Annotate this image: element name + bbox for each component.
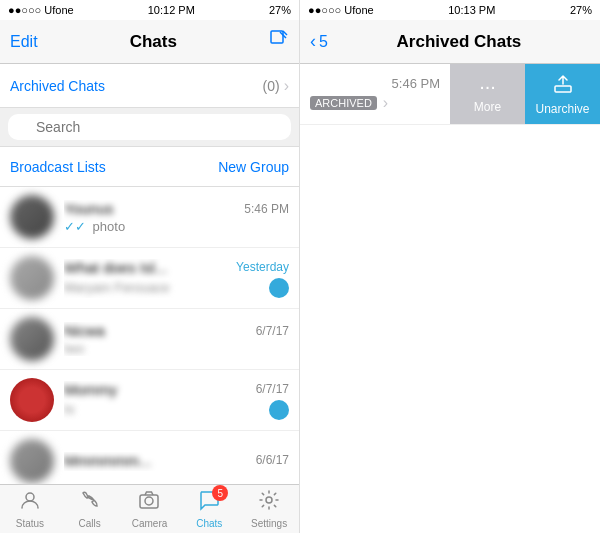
calls-icon: [79, 489, 101, 516]
chat-item-5[interactable]: Mmmmmm... 6/6/17: [0, 431, 299, 484]
archived-chevron-icon: ›: [284, 77, 289, 95]
chat-content-2: What does Isl... Yesterday Maryam Feroua…: [64, 259, 289, 298]
search-input[interactable]: [8, 114, 291, 140]
avatar-3: [10, 317, 54, 361]
battery-right: 27%: [570, 4, 592, 16]
avatar-4: [10, 378, 54, 422]
tab-status-label: Status: [16, 518, 44, 529]
left-panel: ●●○○○ Ufone 10:12 PM 27% Edit Chats Arch…: [0, 0, 300, 533]
status-bar-right: ●●○○○ Ufone 10:13 PM 27%: [300, 0, 600, 20]
chat-item-2[interactable]: What does Isl... Yesterday Maryam Feroua…: [0, 248, 299, 309]
chat-name-3: Nicwa: [64, 322, 105, 339]
settings-icon: [258, 489, 280, 516]
archived-chats-title: Archived Chats: [328, 32, 590, 52]
archived-chat-time: 5:46 PM: [392, 76, 440, 91]
archived-chevron: ›: [383, 94, 388, 112]
back-button[interactable]: ‹ 5: [310, 31, 328, 52]
tab-calls-label: Calls: [79, 518, 101, 529]
unarchive-icon: [552, 73, 574, 100]
tab-status[interactable]: Status: [0, 485, 60, 533]
nav-bar-right: ‹ 5 Archived Chats: [300, 20, 600, 64]
right-empty-area: [300, 125, 600, 533]
avatar-2: [10, 256, 54, 300]
svg-point-6: [266, 497, 272, 503]
new-group-button[interactable]: New Group: [218, 159, 289, 175]
carrier-left: ●●○○○ Ufone: [8, 4, 74, 16]
svg-point-5: [145, 497, 153, 505]
unarchive-button[interactable]: Unarchive: [525, 64, 600, 124]
chat-item-3[interactable]: Nicwa 6/7/17 Iwo: [0, 309, 299, 370]
status-icon: [19, 489, 41, 516]
compose-button[interactable]: [269, 29, 289, 54]
search-bar: 🔍: [0, 108, 299, 147]
chat-list: Younus 5:46 PM ✓✓ photo What does Isl...…: [0, 187, 299, 484]
tab-calls[interactable]: Calls: [60, 485, 120, 533]
right-panel: ●●○○○ Ufone 10:13 PM 27% ‹ 5 Archived Ch…: [300, 0, 600, 533]
unarchive-label: Unarchive: [535, 102, 589, 116]
avatar-1: [10, 195, 54, 239]
more-label: More: [474, 100, 501, 114]
archived-chat-content: 5:46 PM ARCHIVED ›: [300, 68, 450, 120]
tab-settings-label: Settings: [251, 518, 287, 529]
avatar-5: [10, 439, 54, 483]
chats-title: Chats: [130, 32, 177, 52]
action-row: Broadcast Lists New Group: [0, 147, 299, 187]
chat-item-1[interactable]: Younus 5:46 PM ✓✓ photo: [0, 187, 299, 248]
chat-time-2: Yesterday: [236, 260, 289, 274]
chat-content-5: Mmmmmm... 6/6/17: [64, 452, 289, 471]
svg-rect-7: [555, 86, 571, 92]
chats-tab-icon: 5: [198, 489, 220, 516]
status-bar-left: ●●○○○ Ufone 10:12 PM 27%: [0, 0, 299, 20]
chat-time-3: 6/7/17: [256, 324, 289, 338]
chat-preview-2: Maryam Ferouace: [64, 280, 169, 295]
carrier-right: ●●○○○ Ufone: [308, 4, 374, 16]
tab-chats-label: Chats: [196, 518, 222, 529]
archived-tag: ARCHIVED: [310, 96, 377, 110]
chats-badge: 5: [212, 485, 228, 501]
chat-preview-1: ✓✓ photo: [64, 219, 125, 234]
chat-item-4[interactable]: Mommy 6/7/17 hi: [0, 370, 299, 431]
search-wrapper: 🔍: [8, 114, 291, 140]
time-right: 10:13 PM: [448, 4, 495, 16]
nav-bar-left: Edit Chats: [0, 20, 299, 64]
unread-badge-4: [269, 400, 289, 420]
chat-time-1: 5:46 PM: [244, 202, 289, 216]
camera-icon: [138, 489, 160, 516]
time-left: 10:12 PM: [148, 4, 195, 16]
chat-time-4: 6/7/17: [256, 382, 289, 396]
unread-badge-2: [269, 278, 289, 298]
chat-name-4: Mommy: [64, 381, 117, 398]
archived-chats-row[interactable]: Archived Chats (0) ›: [0, 64, 299, 108]
tab-chats[interactable]: 5 Chats: [179, 485, 239, 533]
archived-chat-item[interactable]: 5:46 PM ARCHIVED › ··· More Unarchive: [300, 64, 600, 125]
chat-preview-3: Iwo: [64, 341, 84, 356]
chat-content-1: Younus 5:46 PM ✓✓ photo: [64, 200, 289, 234]
svg-point-3: [26, 493, 34, 501]
tab-camera-label: Camera: [132, 518, 168, 529]
back-chevron-icon: ‹: [310, 31, 316, 52]
chat-content-4: Mommy 6/7/17 hi: [64, 381, 289, 420]
chat-name-2: What does Isl...: [64, 259, 167, 276]
tab-settings[interactable]: Settings: [239, 485, 299, 533]
archived-chats-label: Archived Chats: [10, 78, 263, 94]
chat-content-3: Nicwa 6/7/17 Iwo: [64, 322, 289, 356]
swipe-buttons: ··· More Unarchive: [450, 64, 600, 124]
tab-camera[interactable]: Camera: [120, 485, 180, 533]
chat-name-5: Mmmmmm...: [64, 452, 151, 469]
tab-bar: Status Calls Camera 5 Chats Settings: [0, 484, 299, 533]
chat-preview-4: hi: [64, 402, 74, 417]
broadcast-lists-button[interactable]: Broadcast Lists: [10, 159, 106, 175]
more-icon: ···: [479, 75, 496, 98]
chat-time-5: 6/6/17: [256, 453, 289, 467]
back-count: 5: [319, 33, 328, 51]
more-button[interactable]: ··· More: [450, 64, 525, 124]
battery-left: 27%: [269, 4, 291, 16]
chat-name-1: Younus: [64, 200, 114, 217]
archived-chats-count: (0): [263, 78, 280, 94]
edit-button[interactable]: Edit: [10, 33, 38, 51]
